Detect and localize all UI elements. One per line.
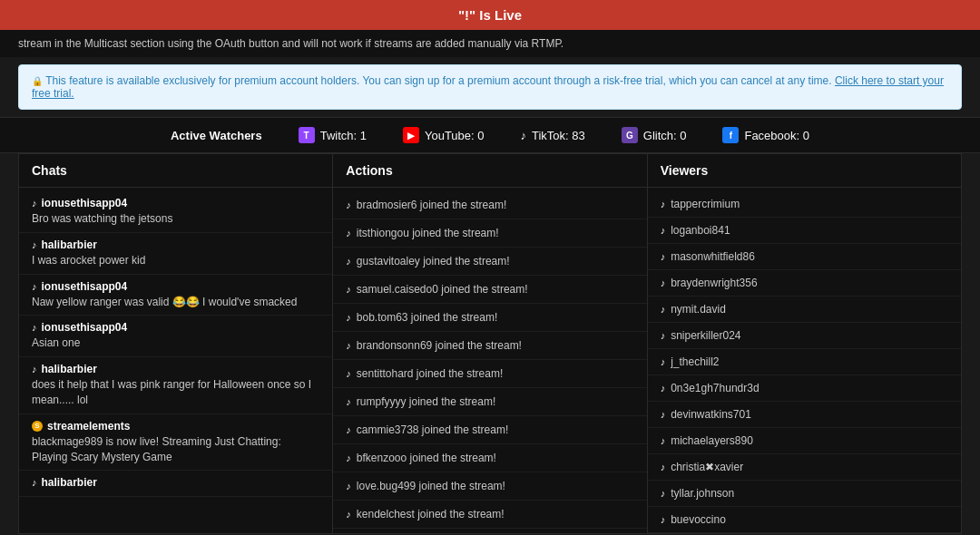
list-item: ♪ brandonsonn69 joined the stream! <box>333 332 646 360</box>
tiktok-platform-icon: ♪ <box>32 239 37 250</box>
tiktok-platform-icon: ♪ <box>661 462 666 472</box>
list-item: ♪ masonwhitfield86 <box>648 244 961 270</box>
viewer-name: loganboi841 <box>671 224 730 237</box>
tiktok-platform-icon: ♪ <box>346 481 351 491</box>
facebook-icon: f <box>722 127 739 143</box>
list-item: ♪ rumpfyyyy joined the stream! <box>333 388 646 416</box>
tiktok-platform-icon: ♪ <box>661 277 666 288</box>
viewers-list: ♪ tappercrimium ♪ loganboi841 ♪ masonwhi… <box>648 188 961 533</box>
action-text: samuel.caisedo0 joined the stream! <box>357 283 528 296</box>
viewer-name: christia✖xavier <box>671 461 743 473</box>
youtube-label: YouTube: 0 <box>425 129 485 142</box>
viewer-name: tyllar.johnson <box>671 487 734 500</box>
viewer-name: buevoccino <box>671 513 726 526</box>
action-text: itsthiongou joined the stream! <box>357 227 499 239</box>
chat-username: ionusethisapp04 <box>42 197 128 209</box>
list-item: ♪ michaelayers890 <box>648 428 961 454</box>
chats-header: Chats <box>19 154 332 188</box>
tiktok-platform-icon: ♪ <box>32 281 37 292</box>
chats-list: ♪ ionusethisapp04 Bro was watching the j… <box>19 188 332 533</box>
list-item: ♪ braydenwright356 <box>648 270 961 297</box>
viewer-name: sniperkiller024 <box>671 329 740 342</box>
viewer-name: j_thechill2 <box>671 355 719 368</box>
list-item: ♪ bob.tom63 joined the stream! <box>333 304 646 332</box>
actions-list: ♪ bradmosier6 joined the stream! ♪ itsth… <box>333 188 646 533</box>
list-item: ♪ sniperkiller024 <box>648 323 961 349</box>
chat-message: Asian one <box>32 336 319 351</box>
viewers-header: Viewers <box>648 154 961 188</box>
list-item: ♪ nymit.david <box>648 297 961 323</box>
chat-username: halibarbier <box>42 238 97 251</box>
chat-username: streamelements <box>47 420 130 433</box>
list-item: ♪ sentittohard joined the stream! <box>333 360 646 388</box>
tiktok-platform-icon: ♪ <box>661 383 666 394</box>
chat-username: halibarbier <box>42 476 97 489</box>
chat-message: blackmage989 is now live! Streaming Just… <box>32 434 319 465</box>
glitch-label: Glitch: 0 <box>643 129 687 142</box>
chat-username: ionusethisapp04 <box>42 321 128 334</box>
streamelements-icon: S <box>32 421 43 432</box>
list-item: S streamelements blackmage989 is now liv… <box>19 414 332 472</box>
action-text: kendelchest joined the stream! <box>357 508 505 520</box>
list-item: ♪ tappercrimium <box>648 191 961 218</box>
tiktok-platform-icon: ♪ <box>346 452 351 463</box>
list-item: ♪ gustavitoaley joined the stream! <box>333 248 646 276</box>
chat-username: halibarbier <box>42 363 97 375</box>
actions-column: Actions ♪ bradmosier6 joined the stream!… <box>333 153 647 534</box>
tiktok-platform-icon: ♪ <box>346 312 351 323</box>
list-item: ♪ halibarbier I was arocket power kid <box>19 233 332 275</box>
lock-icon: 🔒 <box>32 76 43 86</box>
viewer-name: nymit.david <box>671 303 726 316</box>
chat-message: I was arocket power kid <box>32 253 319 268</box>
tiktok-platform-icon: ♪ <box>346 199 351 210</box>
chat-message: Naw yellow ranger was valid 😂😂 I would'v… <box>32 295 319 310</box>
chats-column: Chats ♪ ionusethisapp04 Bro was watching… <box>18 153 333 534</box>
viewer-name: tappercrimium <box>671 198 740 210</box>
tiktok-platform-icon: ♪ <box>32 198 37 209</box>
tiktok-platform-icon: ♪ <box>346 228 351 238</box>
youtube-icon: ▶ <box>403 127 419 143</box>
tiktok-watchers: ♪ TikTok: 83 <box>521 129 585 142</box>
list-item: ♪ 0n3e1gh7hundr3d <box>648 375 961 402</box>
action-text: brandonsonn69 joined the stream! <box>357 339 522 352</box>
action-text: cammie3738 joined the stream! <box>357 423 508 436</box>
list-item: ♪ loganboi841 <box>648 218 961 244</box>
actions-header: Actions <box>333 154 646 188</box>
list-item: ♪ samuel.caisedo0 joined the stream! <box>333 276 646 304</box>
list-item: ♪ ionusethisapp04 Bro was watching the j… <box>19 191 332 233</box>
list-item: ♪ j_thechill2 <box>648 349 961 375</box>
action-text: love.bug499 joined the stream! <box>357 480 505 492</box>
list-item: ♪ ionusethisapp04 Naw yellow ranger was … <box>19 275 332 316</box>
tiktok-platform-icon: ♪ <box>661 435 666 446</box>
list-item: ♪ bfkenzooo joined the stream! <box>333 444 646 472</box>
tiktok-platform-icon: ♪ <box>346 284 351 295</box>
twitch-label: Twitch: 1 <box>320 129 367 142</box>
action-text: gustavitoaley joined the stream! <box>357 255 510 268</box>
list-item: ♪ buevoccino <box>648 507 961 533</box>
tiktok-platform-icon: ♪ <box>346 368 351 379</box>
tiktok-platform-icon: ♪ <box>661 304 666 315</box>
viewer-name: michaelayers890 <box>671 434 753 447</box>
tiktok-platform-icon: ♪ <box>661 514 666 525</box>
tiktok-platform-icon: ♪ <box>661 330 666 341</box>
premium-notice: 🔒 This feature is available exclusively … <box>18 64 962 110</box>
list-item: ♪ christia✖xavier <box>648 454 961 481</box>
action-text: bfkenzooo joined the stream! <box>357 452 496 464</box>
main-columns: Chats ♪ ionusethisapp04 Bro was watching… <box>18 153 962 534</box>
tiktok-platform-icon: ♪ <box>346 509 351 520</box>
twitch-watchers: T Twitch: 1 <box>299 127 367 143</box>
tiktok-platform-icon: ♪ <box>346 256 351 267</box>
info-text: stream in the Multicast section using th… <box>18 37 564 50</box>
glitch-icon: G <box>622 127 638 143</box>
action-text: bob.tom63 joined the stream! <box>357 311 497 324</box>
viewers-column: Viewers ♪ tappercrimium ♪ loganboi841 ♪ … <box>648 153 962 534</box>
twitch-icon: T <box>299 127 315 143</box>
tiktok-platform-icon: ♪ <box>346 340 351 351</box>
list-item: ♪ itsthiongou joined the stream! <box>333 219 646 248</box>
list-item: ♪ halibarbier <box>19 471 332 497</box>
tiktok-platform-icon: ♪ <box>661 409 666 420</box>
premium-text: This feature is available exclusively fo… <box>45 74 835 87</box>
list-item: ♪ bradmosier6 joined the stream! <box>333 191 646 219</box>
info-bar: stream in the Multicast section using th… <box>0 30 980 57</box>
watchers-bar: Active Watchers T Twitch: 1 ▶ YouTube: 0… <box>0 117 980 153</box>
